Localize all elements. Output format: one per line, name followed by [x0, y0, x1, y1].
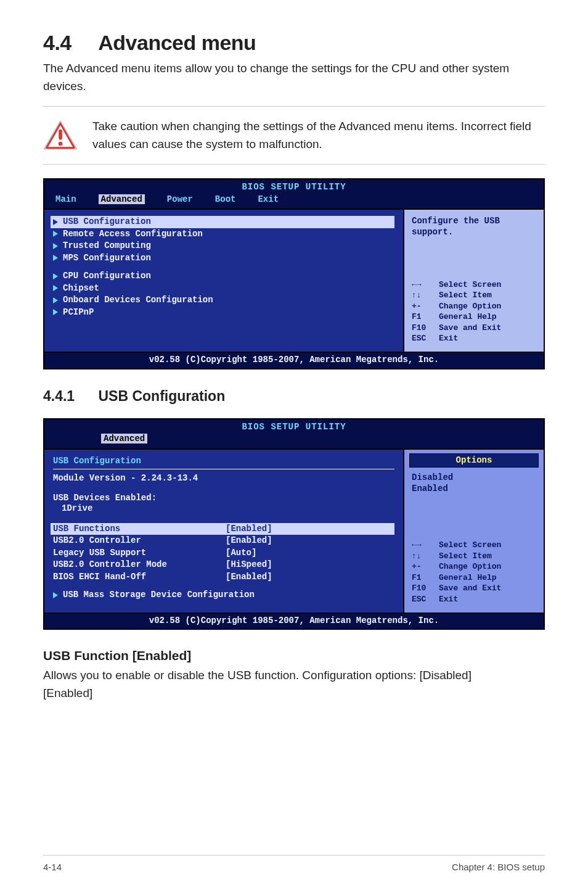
nav-key: ←→: [412, 540, 433, 551]
setting-label: USB2.0 Controller: [53, 535, 226, 547]
devices-enabled-value: 1Drive: [53, 503, 394, 514]
submenu-arrow-icon: [53, 243, 58, 249]
usb-function-heading: USB Function [Enabled]: [43, 648, 545, 663]
bios-screen-usb-config: BIOS SETUP UTILITY Advanced USB Configur…: [43, 418, 545, 630]
warning-callout: Take caution when changing the settings …: [43, 118, 545, 153]
nav-key: ↑↓: [412, 290, 433, 301]
bios-screen-advanced: BIOS SETUP UTILITY MainAdvancedPowerBoot…: [43, 178, 545, 369]
submenu-arrow-icon: [53, 255, 58, 261]
tab-advanced[interactable]: Advanced: [99, 194, 156, 205]
setting-bios-ehci-hand-off[interactable]: BIOS EHCI Hand-Off[Enabled]: [53, 571, 394, 584]
devices-enabled-label: USB Devices Enabled:: [53, 493, 394, 504]
submenu-cpu-configuration[interactable]: CPU Configuration: [53, 270, 394, 283]
setting-usb2-0-controller[interactable]: USB2.0 Controller[Enabled]: [53, 535, 394, 547]
section-number: 4.4: [43, 31, 71, 54]
section-intro: The Advanced menu items allow you to cha…: [43, 60, 545, 95]
nav-key: F10: [412, 323, 433, 334]
submenu-usb-mass-storage[interactable]: USB Mass Storage Device Configuration: [53, 589, 394, 601]
setting-value: [HiSpeed]: [226, 559, 272, 571]
bios-title: BIOS SETUP UTILITY: [242, 182, 346, 192]
bios-menubar: MainAdvancedPowerBootExit: [44, 193, 544, 208]
nav-key: ↑↓: [412, 551, 433, 562]
option-enabled: Enabled: [412, 484, 536, 495]
nav-key: F1: [412, 572, 433, 584]
tab-main[interactable]: Main: [55, 194, 88, 205]
submenu-mps-configuration[interactable]: MPS Configuration: [53, 252, 394, 265]
nav-key-desc: Select Item: [439, 551, 492, 562]
nav-key-desc: Save and Exit: [439, 583, 501, 594]
bios-help-text: Configure the USBsupport.: [412, 216, 536, 237]
submenu-pcipnp[interactable]: PCIPnP: [53, 307, 394, 319]
setting-usb2-0-controller-mode[interactable]: USB2.0 Controller Mode[HiSpeed]: [53, 559, 394, 571]
nav-key-desc: Exit: [439, 594, 458, 605]
section-title: Advanced menu: [98, 31, 256, 54]
setting-value: [Enabled]: [226, 535, 272, 547]
submenu-arrow-icon: [53, 273, 58, 279]
tab-advanced[interactable]: Advanced: [101, 434, 158, 445]
submenu-remote-access-configuration[interactable]: Remote Access Configuration: [53, 228, 394, 241]
nav-key: F10: [412, 583, 433, 594]
usb-function-desc-line2: [Enabled]: [43, 685, 545, 703]
nav-key: ESC: [412, 333, 433, 344]
submenu-arrow-icon: [53, 219, 58, 225]
svg-rect-2: [59, 130, 62, 140]
bios-left-panel: USB Configuration Module Version - 2.24.…: [44, 450, 403, 613]
setting-value: [Enabled]: [226, 572, 272, 583]
usb-function-desc-line1: Allows you to enable or disable the USB …: [43, 667, 545, 685]
nav-key: ←→: [412, 279, 433, 291]
submenu-label: MPS Configuration: [63, 253, 151, 264]
nav-key-desc: Select Screen: [439, 540, 501, 551]
nav-key-desc: General Help: [439, 572, 497, 584]
bios-nav-keys: ←→Select Screen↑↓Select Item+-Change Opt…: [412, 540, 536, 604]
bios-help-panel: Configure the USBsupport. ←→Select Scree…: [403, 210, 544, 352]
section-heading: 4.4 Advanced menu: [43, 31, 545, 55]
bios-title: BIOS SETUP UTILITY: [242, 422, 346, 432]
setting-value: [Enabled]: [226, 524, 272, 535]
options-title: Options: [409, 453, 539, 468]
nav-key-desc: Save and Exit: [439, 323, 501, 334]
nav-key: +-: [412, 561, 433, 572]
submenu-arrow-icon: [53, 592, 58, 598]
page-footer: 4-14 Chapter 4: BIOS setup: [43, 855, 545, 872]
nav-key: F1: [412, 311, 433, 323]
divider: [43, 164, 545, 165]
nav-key: ESC: [412, 594, 433, 605]
setting-usb-functions[interactable]: USB Functions[Enabled]: [51, 523, 394, 535]
submenu-label: CPU Configuration: [63, 271, 151, 282]
bios-copyright: v02.58 (C)Copyright 1985-2007, American …: [44, 352, 544, 368]
options-list: DisabledEnabled: [412, 472, 536, 494]
warning-text: Take caution when changing the settings …: [92, 118, 545, 153]
chapter-label: Chapter 4: BIOS setup: [452, 862, 545, 872]
submenu-label: USB Mass Storage Device Configuration: [63, 590, 255, 601]
divider: [43, 106, 545, 107]
panel-heading: USB Configuration: [53, 456, 394, 467]
tab-power[interactable]: Power: [167, 194, 204, 205]
submenu-arrow-icon: [53, 231, 58, 237]
submenu-usb-configuration[interactable]: USB Configuration: [51, 216, 394, 228]
module-version: Module Version - 2.24.3-13.4: [53, 473, 394, 484]
setting-legacy-usb-support[interactable]: Legacy USB Support[Auto]: [53, 547, 394, 559]
subsection-number: 4.4.1: [43, 388, 75, 404]
submenu-onboard-devices-configuration[interactable]: Onboard Devices Configuration: [53, 294, 394, 307]
submenu-label: PCIPnP: [63, 307, 94, 318]
tab-boot[interactable]: Boot: [215, 194, 247, 205]
nav-key: +-: [412, 301, 433, 312]
subsection-title: USB Configuration: [99, 388, 226, 404]
option-disabled: Disabled: [412, 472, 536, 484]
submenu-chipset[interactable]: Chipset: [53, 283, 394, 295]
page-number: 4-14: [43, 862, 62, 872]
submenu-arrow-icon: [53, 285, 58, 291]
setting-label: USB Functions: [53, 524, 226, 535]
bios-help-panel: Options DisabledEnabled ←→Select Screen↑…: [403, 450, 544, 613]
tab-exit[interactable]: Exit: [258, 194, 290, 205]
setting-value: [Auto]: [226, 548, 256, 559]
submenu-arrow-icon: [53, 297, 58, 303]
warning-icon: [43, 119, 78, 151]
submenu-arrow-icon: [53, 309, 58, 315]
subsection-heading: 4.4.1 USB Configuration: [43, 388, 545, 405]
setting-label: Legacy USB Support: [53, 548, 226, 559]
nav-key-desc: Change Option: [439, 561, 501, 572]
setting-label: BIOS EHCI Hand-Off: [53, 572, 226, 583]
bios-copyright: v02.58 (C)Copyright 1985-2007, American …: [44, 613, 544, 629]
submenu-trusted-computing[interactable]: Trusted Computing: [53, 240, 394, 252]
